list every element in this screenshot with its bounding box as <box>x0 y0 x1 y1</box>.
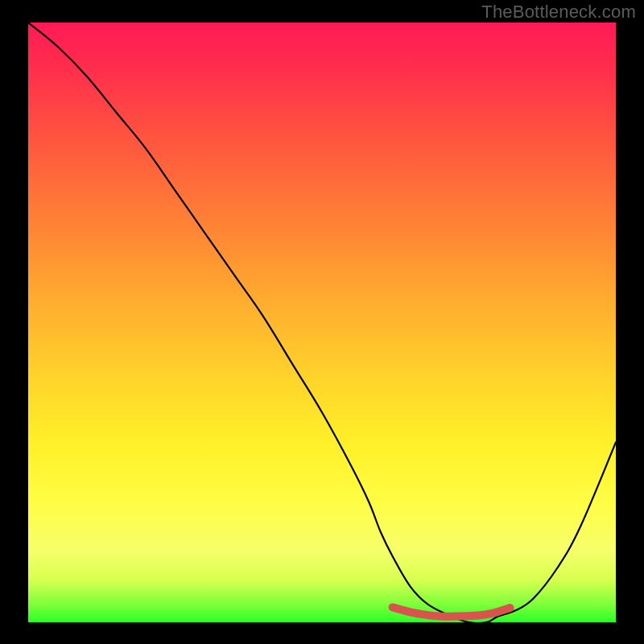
watermark-text: TheBottleneck.com <box>481 2 636 23</box>
chart-frame: TheBottleneck.com <box>0 0 644 644</box>
bottleneck-curve-line <box>28 23 616 622</box>
optimal-band-line <box>393 607 510 616</box>
chart-plot-area <box>28 23 616 622</box>
chart-overlay <box>28 23 616 622</box>
